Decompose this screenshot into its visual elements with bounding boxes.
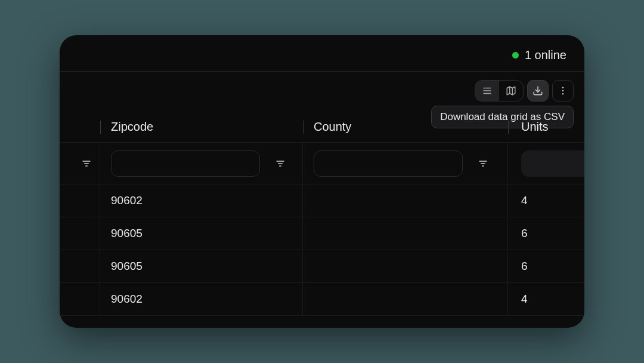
online-count: 1 online — [525, 48, 566, 62]
download-icon — [532, 85, 543, 96]
table-row[interactable]: 90605 6 — [60, 217, 584, 250]
table-row[interactable]: 90602 4 — [60, 283, 584, 316]
filter-icon[interactable] — [478, 159, 488, 168]
map-icon — [506, 85, 516, 96]
app-window: 1 online — [60, 35, 584, 328]
toolbar — [475, 80, 574, 101]
map-view-button[interactable] — [499, 81, 523, 101]
table-row[interactable]: 90602 4 — [60, 184, 584, 217]
svg-point-9 — [562, 93, 564, 94]
cell-zipcode: 90602 — [111, 293, 143, 306]
column-header-zipcode[interactable]: Zipcode — [111, 120, 153, 134]
column-header-county[interactable]: County — [314, 120, 351, 134]
view-toggle — [475, 80, 524, 101]
filter-icon[interactable] — [275, 159, 285, 168]
divider — [60, 71, 584, 72]
column-header-units[interactable]: Units — [521, 120, 549, 134]
more-options-button[interactable] — [552, 80, 574, 101]
county-filter-input[interactable] — [314, 150, 463, 177]
grid-filter-row — [60, 143, 584, 184]
units-filter-input[interactable] — [521, 150, 584, 177]
presence-status: 1 online — [512, 48, 566, 62]
cell-units: 4 — [521, 194, 528, 207]
svg-point-8 — [562, 90, 564, 91]
table-row[interactable]: 90605 6 — [60, 250, 584, 283]
grid-header-row: Zipcode County Units — [60, 112, 584, 143]
cell-zipcode: 90605 — [111, 227, 143, 240]
cell-units: 4 — [521, 293, 528, 306]
filter-icon[interactable] — [82, 159, 91, 168]
svg-marker-3 — [507, 87, 515, 95]
cell-zipcode: 90605 — [111, 260, 143, 273]
list-view-button[interactable] — [475, 81, 499, 101]
cell-units: 6 — [521, 227, 528, 240]
cell-zipcode: 90602 — [111, 194, 143, 207]
zipcode-filter-input[interactable] — [111, 150, 260, 177]
svg-point-7 — [562, 87, 564, 88]
cell-units: 6 — [521, 260, 528, 273]
download-csv-button[interactable] — [527, 80, 549, 101]
data-grid: Zipcode County Units — [60, 112, 584, 328]
more-vertical-icon — [558, 85, 568, 96]
status-dot-icon — [512, 52, 519, 59]
list-icon — [482, 85, 493, 96]
